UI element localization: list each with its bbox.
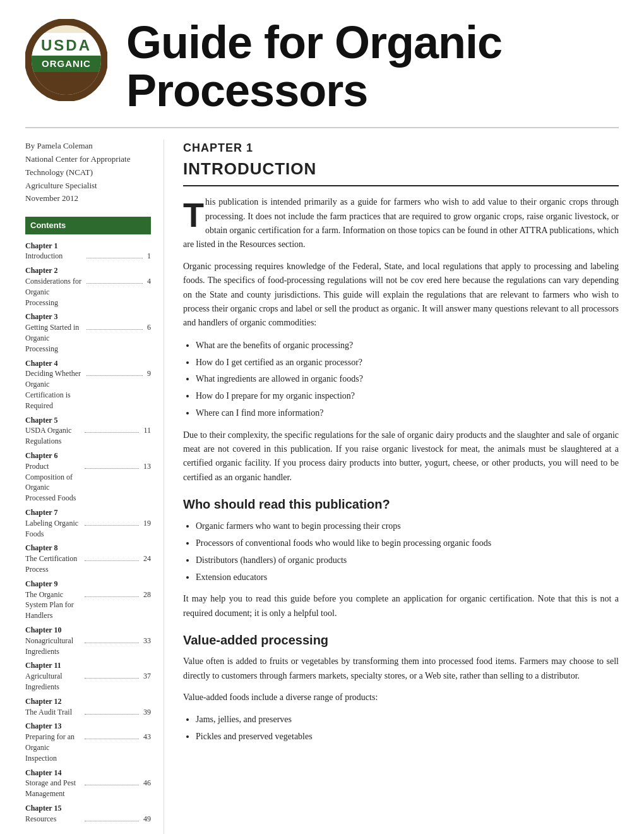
toc-chapter: Chapter 14 bbox=[25, 768, 151, 778]
toc-page-num: 49 bbox=[143, 814, 151, 825]
toc-dots bbox=[85, 821, 140, 821]
bullets1-list: What are the benefits of organic process… bbox=[196, 338, 619, 421]
toc-page-num: 11 bbox=[143, 425, 151, 436]
toc-chapter: Chapter 2 bbox=[25, 265, 151, 276]
intro-text: his publication is intended primarily as… bbox=[183, 197, 619, 249]
who-para: It may help you to read this guide befor… bbox=[183, 592, 619, 620]
toc-title-text: Storage and Pest Management bbox=[25, 778, 80, 799]
toc-item: Chapter 14Storage and Pest Management46 bbox=[25, 768, 151, 799]
sidebar: By Pamela Coleman National Center for Ap… bbox=[0, 140, 164, 834]
chapter-divider bbox=[183, 185, 619, 186]
bullet-item: Extension educators bbox=[196, 570, 619, 585]
toc-title-row: Considerations for Organic Processing4 bbox=[25, 276, 151, 308]
toc-item: Chapter 9The Organic System Plan for Han… bbox=[25, 579, 151, 621]
toc-page-num: 43 bbox=[143, 732, 151, 742]
toc-dots bbox=[85, 643, 140, 643]
toc-dots bbox=[86, 375, 143, 376]
bullet-item: Processors of conventional foods who wou… bbox=[196, 536, 619, 551]
toc-chapter: Chapter 15 bbox=[25, 803, 151, 814]
toc-title-row: Resources49 bbox=[25, 814, 151, 825]
toc-chapter: Chapter 3 bbox=[25, 311, 151, 322]
toc-title-row: The Certification Process24 bbox=[25, 553, 151, 575]
toc-chapter: Chapter 5 bbox=[25, 415, 151, 426]
toc-item: Chapter 3Getting Started in Organic Proc… bbox=[25, 311, 151, 354]
toc-title-text: Nonagricultural Ingredients bbox=[25, 636, 80, 657]
publish-date: November 2012 bbox=[25, 192, 151, 205]
toc-item: Chapter 13Preparing for an Organic Inspe… bbox=[25, 721, 151, 763]
main-title: Guide for Organic Processors bbox=[126, 19, 619, 114]
toc-title-text: The Organic System Plan for Handlers bbox=[25, 589, 80, 621]
toc-item: Chapter 7Labeling Organic Foods19 bbox=[25, 507, 151, 539]
toc-title-text: Introduction bbox=[25, 251, 82, 262]
page: USDA ORGANIC Guide for Organic Processor… bbox=[0, 0, 644, 834]
toc-item: Chapter 12The Audit Trail39 bbox=[25, 696, 151, 718]
toc-title-text: Considerations for Organic Processing bbox=[25, 276, 82, 308]
toc-title-text: Deciding Whether Organic Certification i… bbox=[25, 368, 82, 411]
toc-page-num: 39 bbox=[143, 707, 151, 718]
toc-chapter: Chapter 12 bbox=[25, 696, 151, 707]
toc-title-row: Getting Started in Organic Processing6 bbox=[25, 322, 151, 354]
toc-title-row: The Audit Trail39 bbox=[25, 707, 151, 718]
bullet-item: Distributors (handlers) of organic produ… bbox=[196, 553, 619, 568]
toc-chapter: Chapter 4 bbox=[25, 358, 151, 369]
toc-item: Chapter 1Introduction1 bbox=[25, 241, 151, 262]
bullet-item: Jams, jellies, and preserves bbox=[196, 712, 619, 727]
chapter-label: CHAPTER 1 bbox=[183, 140, 619, 157]
toc-item: Chapter 6Product Composition of Organic … bbox=[25, 450, 151, 504]
toc-page-num: 19 bbox=[143, 518, 151, 529]
para2: Organic processing requires knowledge of… bbox=[183, 260, 619, 330]
toc-title-row: Labeling Organic Foods19 bbox=[25, 518, 151, 540]
toc-dots bbox=[85, 525, 140, 526]
who-heading: Who should read this publication? bbox=[183, 495, 619, 514]
toc-title-row: Agricultural Ingredients37 bbox=[25, 671, 151, 692]
toc-dots bbox=[86, 258, 143, 258]
toc-dots bbox=[85, 714, 140, 715]
toc-chapter: Chapter 11 bbox=[25, 660, 151, 671]
author-role: Agriculture Specialist bbox=[25, 179, 151, 193]
toc-page-num: 13 bbox=[143, 461, 151, 472]
toc-dots bbox=[85, 468, 140, 469]
bullet-item: What are the benefits of organic process… bbox=[196, 338, 619, 353]
toc-title-text: Resources bbox=[25, 814, 80, 825]
toc-page-num: 37 bbox=[143, 671, 151, 682]
toc-dots bbox=[85, 678, 140, 679]
bullet-item: Pickles and preserved vegetables bbox=[196, 729, 619, 744]
svg-text:ORGANIC: ORGANIC bbox=[42, 58, 91, 69]
toc-item: Chapter 11Agricultural Ingredients37 bbox=[25, 660, 151, 692]
main-content: CHAPTER 1 INTRODUCTION This publication … bbox=[164, 140, 644, 834]
bullet-item: What ingredients are allowed in organic … bbox=[196, 372, 619, 387]
chapter-title: INTRODUCTION bbox=[183, 157, 619, 181]
value-bullets-list: Jams, jellies, and preservesPickles and … bbox=[196, 712, 619, 744]
body-layout: By Pamela Coleman National Center for Ap… bbox=[0, 128, 644, 834]
toc-dots bbox=[86, 283, 143, 284]
para3: Due to their complexity, the specific re… bbox=[183, 428, 619, 485]
value-para1: Value often is added to fruits or vegeta… bbox=[183, 655, 619, 683]
toc-title-text: Agricultural Ingredients bbox=[25, 671, 80, 692]
toc-title-text: The Audit Trail bbox=[25, 707, 80, 718]
bullet-item: How do I prepare for my organic inspecti… bbox=[196, 389, 619, 404]
logo-container: USDA ORGANIC bbox=[25, 19, 107, 101]
author-name: By Pamela Coleman bbox=[25, 140, 151, 153]
toc-item: Chapter 8The Certification Process24 bbox=[25, 543, 151, 574]
bullet-item: How do I get certified as an organic pro… bbox=[196, 355, 619, 370]
bullet-item: Organic farmers who want to begin proces… bbox=[196, 519, 619, 534]
toc-chapter: Chapter 9 bbox=[25, 579, 151, 589]
toc-page-num: 1 bbox=[147, 251, 151, 262]
toc-title-row: Product Composition of Organic Processed… bbox=[25, 461, 151, 504]
who-bullets-list: Organic farmers who want to begin proces… bbox=[196, 519, 619, 584]
title-block: Guide for Organic Processors bbox=[126, 19, 619, 114]
toc-title-text: Labeling Organic Foods bbox=[25, 518, 80, 540]
toc-dots bbox=[85, 785, 140, 785]
value-para2: Value-added foods include a diverse rang… bbox=[183, 691, 619, 704]
contents-header: Contents bbox=[25, 217, 151, 234]
toc-chapter: Chapter 13 bbox=[25, 721, 151, 732]
toc-list: Chapter 1Introduction1Chapter 2Considera… bbox=[25, 241, 151, 825]
toc-item: Chapter 15Resources49 bbox=[25, 803, 151, 825]
toc-item: Chapter 2Considerations for Organic Proc… bbox=[25, 265, 151, 308]
toc-page-num: 46 bbox=[143, 778, 151, 789]
toc-title-text: USDA Organic Regulations bbox=[25, 425, 80, 447]
usda-logo: USDA ORGANIC bbox=[25, 19, 107, 101]
value-heading: Value-added processing bbox=[183, 631, 619, 650]
toc-dots bbox=[86, 329, 143, 330]
toc-dots bbox=[85, 432, 140, 433]
